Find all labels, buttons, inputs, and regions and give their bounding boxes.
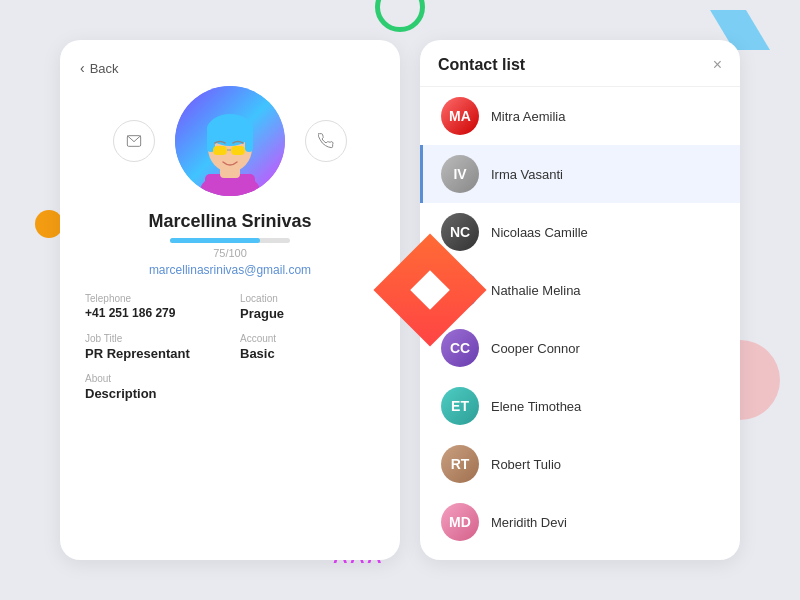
back-label: Back xyxy=(90,61,119,76)
email-button[interactable] xyxy=(113,120,155,162)
account-label: Account xyxy=(240,333,375,344)
bg-diamond-inner xyxy=(410,270,450,310)
contact-name: Nathalie Melina xyxy=(491,283,581,298)
contact-list-title: Contact list xyxy=(438,56,525,74)
progress-bar-fill xyxy=(170,238,260,243)
contact-name: Mitra Aemilia xyxy=(491,109,565,124)
location-value: Prague xyxy=(240,306,375,321)
contact-avatar: MD xyxy=(441,503,479,541)
bg-circle-orange xyxy=(35,210,63,238)
telephone-label: Telephone xyxy=(85,293,220,304)
contact-item[interactable]: NCNicolaas Camille xyxy=(420,203,740,261)
location-detail: Location Prague xyxy=(240,293,375,321)
about-value: Description xyxy=(85,386,375,401)
close-button[interactable]: × xyxy=(713,57,722,73)
svg-rect-11 xyxy=(231,146,245,155)
contact-item[interactable]: MDMeridith Devi xyxy=(420,493,740,551)
phone-button[interactable] xyxy=(305,120,347,162)
contact-name: Elene Timothea xyxy=(491,399,581,414)
avatar-image xyxy=(175,86,285,196)
contact-item[interactable]: ETElene Timothea xyxy=(420,377,740,435)
profile-avatar xyxy=(175,86,285,196)
progress-text: 75/100 xyxy=(80,247,380,259)
contact-item[interactable]: CCCooper Connor xyxy=(420,319,740,377)
detail-row-2: Job Title PR Representant Account Basic xyxy=(85,333,375,361)
about-label: About xyxy=(85,373,375,384)
contact-avatar: MA xyxy=(441,97,479,135)
contacts-container: MAMitra AemiliaIVIrma VasantiNCNicolaas … xyxy=(420,87,740,551)
contact-avatar: NC xyxy=(441,213,479,251)
account-detail: Account Basic xyxy=(240,333,375,361)
detail-row-3: About Description xyxy=(85,373,375,401)
contact-name: Robert Tulio xyxy=(491,457,561,472)
contact-item[interactable]: IVIrma Vasanti xyxy=(420,145,740,203)
profile-details: Telephone +41 251 186 279 Location Pragu… xyxy=(80,293,380,401)
progress-bar-container xyxy=(170,238,290,243)
svg-rect-9 xyxy=(207,121,253,137)
job-title-label: Job Title xyxy=(85,333,220,344)
back-arrow-icon: ‹ xyxy=(80,60,85,76)
contact-avatar: CC xyxy=(441,329,479,367)
profile-name: Marcellina Srinivas xyxy=(80,211,380,232)
contact-name: Nicolaas Camille xyxy=(491,225,588,240)
contact-item[interactable]: MAMitra Aemilia xyxy=(420,87,740,145)
contact-avatar: ET xyxy=(441,387,479,425)
about-detail: About Description xyxy=(85,373,375,401)
profile-card: ‹ Back xyxy=(60,40,400,560)
location-label: Location xyxy=(240,293,375,304)
contact-name: Irma Vasanti xyxy=(491,167,563,182)
contact-list-header: Contact list × xyxy=(420,56,740,87)
contact-name: Cooper Connor xyxy=(491,341,580,356)
back-button[interactable]: ‹ Back xyxy=(80,60,380,76)
telephone-detail: Telephone +41 251 186 279 xyxy=(85,293,220,321)
phone-icon xyxy=(318,133,334,149)
contact-avatar: IV xyxy=(441,155,479,193)
profile-email: marcellinasrinivas@gmail.com xyxy=(80,263,380,277)
svg-rect-10 xyxy=(213,146,227,155)
detail-row-1: Telephone +41 251 186 279 Location Pragu… xyxy=(85,293,375,321)
telephone-value: +41 251 186 279 xyxy=(85,306,220,320)
contact-name: Meridith Devi xyxy=(491,515,567,530)
job-title-value: PR Representant xyxy=(85,346,220,361)
avatar-section xyxy=(80,86,380,196)
email-icon xyxy=(126,133,142,149)
contact-item[interactable]: RTRobert Tulio xyxy=(420,435,740,493)
contact-avatar: RT xyxy=(441,445,479,483)
job-title-detail: Job Title PR Representant xyxy=(85,333,220,361)
bg-circle-green xyxy=(375,0,425,32)
account-value: Basic xyxy=(240,346,375,361)
